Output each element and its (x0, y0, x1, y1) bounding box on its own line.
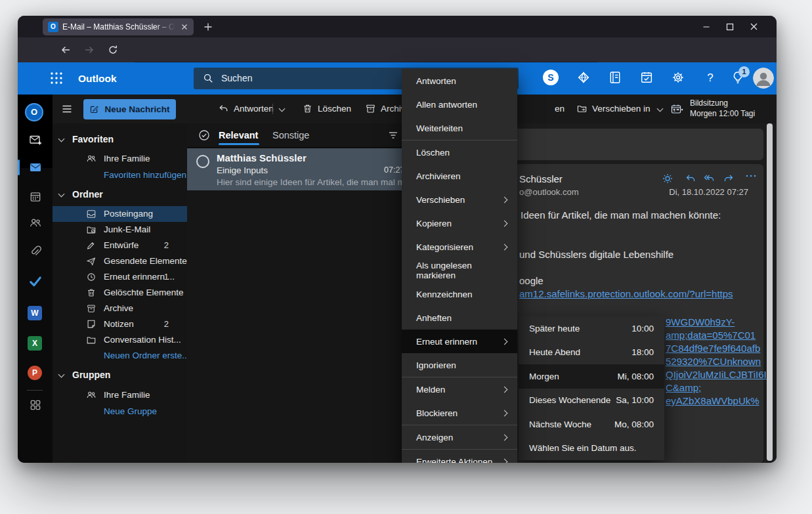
snooze-naechste-woche[interactable]: Nächste WocheMo, 08:00 (519, 412, 664, 437)
link-fragment-5[interactable]: C&amp; (666, 382, 701, 393)
sidebar-item-entwuerfe[interactable]: Entwürfe 2 (53, 238, 187, 253)
tab-sonstige[interactable]: Sonstige (272, 123, 309, 147)
sidebar-item-gruppe-ihre-familie[interactable]: Ihre Familie (53, 387, 187, 403)
more-apps-icon[interactable] (29, 398, 42, 412)
todo-check-icon[interactable] (29, 274, 42, 288)
powerpoint-icon[interactable]: P (28, 366, 42, 380)
snooze-morgen[interactable]: MorgenMi, 08:00 (519, 364, 664, 389)
light-mode-sun-icon[interactable] (662, 173, 673, 184)
link-fragment-6[interactable]: eyAZbX8aWVbpUk% (666, 395, 759, 406)
link-fragment-3[interactable]: 529320%7CUnknown (666, 356, 761, 367)
move-to-button[interactable]: Verschieben in (592, 95, 651, 123)
window-minimize-button[interactable] (694, 16, 718, 37)
menu-item-erweiterte-aktionen[interactable]: Erweiterte Aktionen (402, 450, 517, 463)
message-row[interactable]: Matthias Schüssler Einige Inputs 07:27 H… (187, 148, 407, 190)
menu-item-anzeigen[interactable]: Anzeigen (402, 425, 517, 449)
menu-item-kopieren[interactable]: Kopieren (402, 211, 517, 235)
vertical-scrollbar[interactable] (767, 123, 773, 461)
excel-icon[interactable]: X (28, 336, 42, 351)
safelink-line[interactable]: am12.safelinks.protection.outlook.com/?u… (519, 288, 733, 299)
sidebar-link-favoriten-hinzufuegen[interactable]: Favoriten hinzufügen (53, 167, 187, 183)
people-icon[interactable] (29, 217, 42, 230)
sidebar-section-ordner[interactable]: Ordner (53, 186, 187, 202)
more-actions-icon[interactable] (745, 173, 757, 184)
delete-button[interactable]: Löschen (318, 95, 351, 123)
sidebar-item-ihre-familie[interactable]: Ihre Familie (53, 151, 187, 167)
outlook-logo-icon[interactable]: O (25, 103, 43, 121)
calendar-icon[interactable] (29, 190, 42, 203)
menu-item-antworten[interactable]: Antworten (402, 69, 517, 93)
sidebar-item-geloeschte[interactable]: Gelöschte Elemente (53, 285, 187, 301)
menu-item-ignorieren[interactable]: Ignorieren (402, 353, 517, 377)
filter-icon[interactable] (387, 129, 399, 141)
tab-close-icon[interactable] (180, 22, 189, 32)
menu-item-als-ungelesen[interactable]: Als ungelesen markieren (402, 259, 517, 282)
sidebar-item-posteingang[interactable]: Posteingang (53, 206, 187, 222)
sidebar-section-gruppen[interactable]: Gruppen (53, 367, 187, 383)
window-maximize-button[interactable] (718, 16, 742, 37)
menu-item-allen-antworten[interactable]: Allen antworten (402, 93, 517, 116)
account-avatar[interactable] (753, 68, 774, 89)
message-select-circle[interactable] (196, 155, 209, 168)
my-day-calendar-icon[interactable] (639, 70, 655, 86)
word-icon[interactable]: W (28, 306, 42, 320)
reply-all-icon[interactable] (703, 173, 715, 184)
onenote-feed-icon[interactable] (608, 70, 624, 86)
sidebar-item-conversation-history[interactable]: Conversation Hist... (53, 332, 187, 348)
snooze-spaeter-heute[interactable]: Später heute10:00 (519, 316, 664, 341)
sidebar-link-neuer-ordner[interactable]: Neuen Ordner erste... (53, 348, 187, 364)
sidebar-link-neue-gruppe[interactable]: Neue Gruppe (53, 404, 187, 419)
sidebar-section-favoriten[interactable]: Favoriten (53, 131, 187, 147)
menu-item-blockieren[interactable]: Blockieren (402, 401, 517, 425)
reminder-toast[interactable]: Bildsitzung Morgen 12:00 Tagi (690, 98, 775, 119)
menu-item-loeschen[interactable]: Löschen (402, 140, 517, 164)
snooze-datum-auswaehlen[interactable]: Wählen Sie ein Datum aus. (519, 437, 664, 461)
reading-email-fragment[interactable]: o@outlook.com (519, 187, 579, 197)
sidebar-item-archive[interactable]: Archive (53, 301, 187, 316)
help-icon[interactable]: ? (702, 70, 718, 86)
tips-lightbulb-icon[interactable]: 1 (731, 70, 746, 86)
settings-gear-icon[interactable] (671, 70, 687, 86)
menu-item-archivieren[interactable]: Archivieren (402, 164, 517, 188)
link-fragment-2[interactable]: 7C84df9e7fe9f640afb (666, 343, 760, 354)
new-mail-icon[interactable] (29, 133, 42, 146)
back-icon[interactable] (60, 44, 72, 56)
reload-icon[interactable] (107, 44, 119, 56)
select-all-circle-check-icon[interactable] (198, 129, 211, 142)
mail-icon[interactable] (29, 161, 42, 174)
skype-icon[interactable]: S (543, 70, 559, 85)
forward-icon[interactable] (723, 173, 735, 184)
new-message-button[interactable]: Neue Nachricht (83, 99, 176, 119)
snooze-dieses-wochenende[interactable]: Dieses WochenendeSa, 10:00 (519, 389, 664, 413)
link-fragment-1[interactable]: amp;data=05%7C01 (666, 330, 756, 341)
menu-item-melden[interactable]: Melden (402, 377, 517, 401)
menu-item-kategorisieren[interactable]: Kategorisieren (402, 235, 517, 259)
reply-button[interactable]: Antworten (234, 95, 274, 123)
move-to-chevron-icon[interactable] (657, 106, 664, 112)
outlook-brand[interactable]: Outlook (78, 62, 117, 95)
premium-diamond-icon[interactable] (576, 70, 592, 86)
forward-icon[interactable] (83, 44, 95, 56)
sidebar-item-gesendete[interactable]: Gesendete Elemente (53, 253, 187, 269)
app-launcher-icon[interactable] (49, 70, 64, 86)
link-fragment-0[interactable]: 9WGDW0h9zY- (666, 316, 735, 328)
sidebar-item-notizen[interactable]: Notizen 2 (53, 316, 187, 332)
new-tab-icon[interactable] (203, 22, 213, 32)
window-close-button[interactable] (742, 16, 765, 37)
reply-dropdown-chevron-icon[interactable] (279, 106, 286, 112)
calendar-reminder-icon[interactable] (672, 103, 683, 115)
sidebar-item-junk[interactable]: Junk-E-Mail (53, 222, 187, 238)
toolbar-fragment-right[interactable]: en (555, 95, 565, 123)
menu-item-verschieben[interactable]: Verschieben (402, 188, 517, 211)
menu-item-anheften[interactable]: Anheften (402, 306, 517, 330)
reply-icon[interactable] (685, 173, 696, 184)
menu-item-erneut-erinnern[interactable]: Erneut erinnern (402, 330, 517, 353)
menu-item-kennzeichnen[interactable]: Kennzeichnen (402, 282, 517, 306)
browser-tab[interactable]: O E-Mail – Matthias Schüssler – Ou (43, 18, 194, 35)
sidebar-item-erneut-erinnern[interactable]: Erneut erinnern ... 1 (53, 269, 187, 285)
link-fragment-4[interactable]: QIjoiV2luMzIiLCJBTiI6I (666, 369, 767, 380)
snooze-heute-abend[interactable]: Heute Abend18:00 (519, 341, 664, 365)
attachments-paperclip-icon[interactable] (29, 244, 42, 257)
menu-item-weiterleiten[interactable]: Weiterleiten (402, 116, 517, 140)
folder-pane-toggle-icon[interactable] (61, 103, 73, 115)
